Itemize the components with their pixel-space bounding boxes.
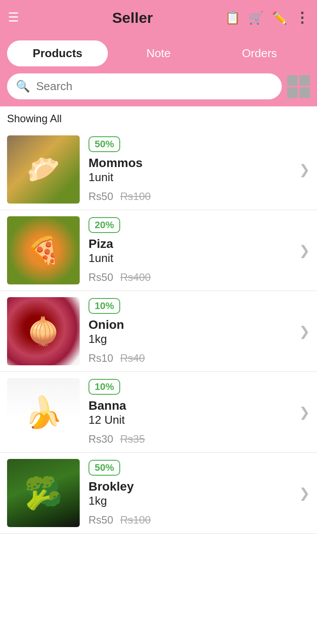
- search-bar: 🔍: [7, 73, 282, 99]
- product-info-banna: 10% Banna 12 Unit Rs30 Rs35: [80, 379, 299, 445]
- price-original-onion: Rs40: [120, 352, 145, 364]
- product-image-brokley: 🥦: [7, 459, 80, 527]
- product-info-mommos: 50% Mommos 1unit Rs50 Rs100: [80, 136, 299, 203]
- showing-label: Showing All: [0, 106, 317, 129]
- product-unit-brokley: 1kg: [88, 494, 292, 508]
- grid-cell-4: [299, 87, 310, 98]
- product-unit-piza: 1unit: [88, 251, 292, 265]
- chevron-icon-banna: ❯: [299, 404, 310, 420]
- product-item-brokley[interactable]: 🥦 50% Brokley 1kg Rs50 Rs100 ❯: [0, 453, 317, 534]
- product-image-onion: 🧅: [7, 297, 80, 365]
- onion-emoji: 🧅: [7, 297, 80, 365]
- price-original-brokley: Rs100: [120, 514, 151, 526]
- discount-badge-piza: 20%: [88, 217, 120, 233]
- product-list: 🥟 50% Mommos 1unit Rs50 Rs100 ❯ 🍕 20% Pi…: [0, 129, 317, 534]
- edit-icon[interactable]: ✏️: [272, 11, 287, 25]
- product-unit-mommos: 1unit: [88, 171, 292, 184]
- chevron-icon-onion: ❯: [299, 324, 310, 339]
- tab-orders[interactable]: Orders: [209, 40, 310, 66]
- discount-badge-brokley: 50%: [88, 460, 120, 476]
- price-row-banna: Rs30 Rs35: [88, 433, 292, 445]
- chevron-icon-piza: ❯: [299, 243, 310, 258]
- search-input[interactable]: [36, 80, 273, 93]
- tab-bar: Products Note Orders: [0, 35, 317, 73]
- menu-icon[interactable]: ☰: [8, 11, 19, 24]
- chevron-icon-brokley: ❯: [299, 485, 310, 501]
- product-image-banna: 🍌: [7, 378, 80, 446]
- search-icon: 🔍: [16, 80, 30, 93]
- discount-badge-mommos: 50%: [88, 136, 120, 152]
- grid-cell-1: [287, 75, 298, 86]
- header-actions: 📋 🛒 ✏️ ⋮: [225, 9, 309, 26]
- product-name-mommos: Mommos: [88, 156, 292, 171]
- chevron-icon-mommos: ❯: [299, 162, 310, 177]
- price-row-piza: Rs50 Rs400: [88, 271, 292, 284]
- product-name-onion: Onion: [88, 317, 292, 332]
- tab-note[interactable]: Note: [108, 40, 209, 66]
- product-item-onion[interactable]: 🧅 10% Onion 1kg Rs10 Rs40 ❯: [0, 291, 317, 372]
- product-item-mommos[interactable]: 🥟 50% Mommos 1unit Rs50 Rs100 ❯: [0, 129, 317, 210]
- price-current-banna: Rs30: [88, 433, 113, 445]
- price-current-onion: Rs10: [88, 352, 113, 364]
- price-original-piza: Rs400: [120, 271, 151, 284]
- product-info-brokley: 50% Brokley 1kg Rs50 Rs100: [80, 460, 299, 526]
- search-row: 🔍: [0, 73, 317, 106]
- discount-badge-onion: 10%: [88, 298, 120, 314]
- price-current-piza: Rs50: [88, 271, 113, 284]
- app-title: Seller: [28, 9, 237, 26]
- grid-cell-2: [299, 75, 310, 86]
- price-row-onion: Rs10 Rs40: [88, 352, 292, 364]
- pizza-emoji: 🍕: [7, 216, 80, 284]
- product-unit-banna: 12 Unit: [88, 413, 292, 427]
- price-current-brokley: Rs50: [88, 514, 113, 526]
- price-original-banna: Rs35: [120, 433, 145, 445]
- cart-icon[interactable]: 🛒: [248, 11, 264, 25]
- product-name-piza: Piza: [88, 236, 292, 251]
- add-note-icon[interactable]: 📋: [225, 11, 240, 25]
- product-info-onion: 10% Onion 1kg Rs10 Rs40: [80, 298, 299, 364]
- discount-badge-banna: 10%: [88, 379, 120, 395]
- banana-emoji: 🍌: [7, 378, 80, 446]
- price-original-mommos: Rs100: [120, 190, 151, 203]
- header: ☰ Seller 📋 🛒 ✏️ ⋮: [0, 0, 317, 35]
- product-name-banna: Banna: [88, 398, 292, 413]
- grid-cell-3: [287, 87, 298, 98]
- product-item-piza[interactable]: 🍕 20% Piza 1unit Rs50 Rs400 ❯: [0, 210, 317, 291]
- broccoli-emoji: 🥦: [7, 459, 80, 527]
- tab-products[interactable]: Products: [7, 40, 108, 66]
- more-options-icon[interactable]: ⋮: [295, 9, 309, 26]
- product-unit-onion: 1kg: [88, 332, 292, 346]
- product-name-brokley: Brokley: [88, 479, 292, 494]
- product-image-piza: 🍕: [7, 216, 80, 284]
- product-image-mommos: 🥟: [7, 135, 80, 204]
- grid-view-toggle[interactable]: [287, 75, 310, 98]
- product-item-banna[interactable]: 🍌 10% Banna 12 Unit Rs30 Rs35 ❯: [0, 372, 317, 453]
- price-current-mommos: Rs50: [88, 190, 113, 203]
- price-row-brokley: Rs50 Rs100: [88, 514, 292, 526]
- product-info-piza: 20% Piza 1unit Rs50 Rs400: [80, 217, 299, 284]
- price-row-mommos: Rs50 Rs100: [88, 190, 292, 203]
- momo-emoji: 🥟: [7, 135, 80, 204]
